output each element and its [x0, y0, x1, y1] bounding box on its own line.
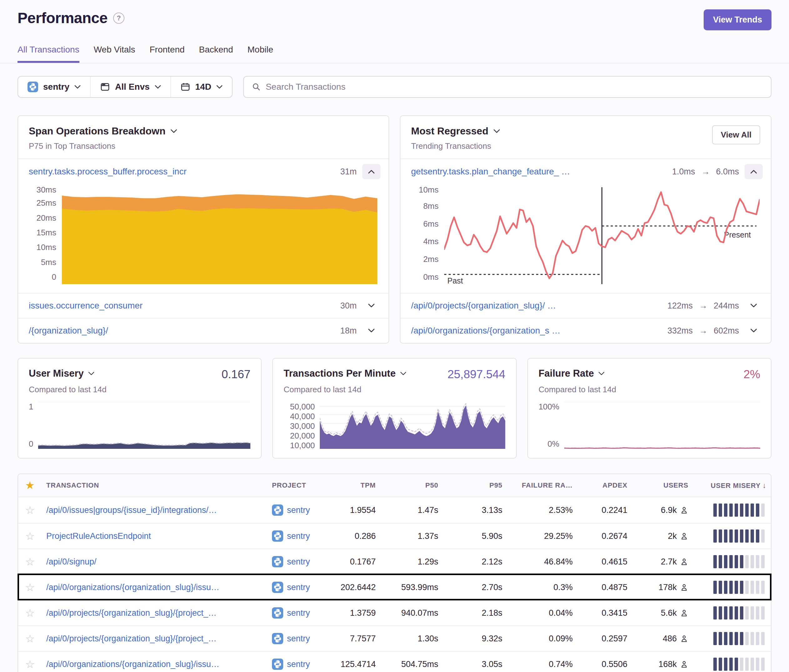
table-row[interactable]: ☆ ProjectRuleActionsEndpoint sentry 0.28…	[18, 523, 771, 549]
star-icon[interactable]: ☆	[25, 556, 35, 567]
view-trends-button[interactable]: View Trends	[704, 10, 771, 30]
column-header-project[interactable]: PROJECT	[268, 481, 333, 490]
regressed-transaction-link[interactable]: getsentry.tasks.plan_change_feature_ …	[411, 167, 570, 177]
project-link[interactable]: sentry	[268, 582, 333, 593]
user-icon	[680, 558, 688, 566]
tpm-title: Transactions Per Minute	[284, 368, 395, 379]
table-row[interactable]: ☆ /api/0/issues|groups/{issue_id}/integr…	[18, 497, 771, 523]
user-misery-y-axis: 10	[29, 402, 38, 449]
project-name: sentry	[287, 583, 310, 592]
failure-rate-title-dropdown[interactable]: Failure Rate	[538, 368, 605, 379]
table-row[interactable]: ☆ /api/0/organizations/{organization_slu…	[18, 651, 771, 672]
span-op-link[interactable]: /{organization_slug}/	[29, 326, 108, 336]
apdex-value: 0.2597	[577, 634, 632, 643]
tab-all-transactions[interactable]: All Transactions	[18, 45, 80, 63]
regressed-item-2: /api/0/organizations/{organization_s … 3…	[401, 318, 771, 343]
misery-bar	[756, 504, 759, 517]
expand-button[interactable]	[362, 298, 380, 313]
transaction-link[interactable]: /api/0/signup/	[42, 557, 268, 567]
span-op-duration: 31m	[340, 167, 357, 177]
regressed-transaction-link[interactable]: /api/0/organizations/{organization_s …	[411, 326, 561, 336]
tab-web-vitals[interactable]: Web Vitals	[94, 45, 135, 63]
failure-rate-value: 0.74%	[507, 659, 577, 669]
tab-frontend[interactable]: Frontend	[149, 45, 184, 63]
span-op-link[interactable]: sentry.tasks.process_buffer.process_incr	[29, 167, 187, 177]
column-header-p95[interactable]: P95	[442, 481, 507, 490]
expand-button[interactable]	[362, 323, 380, 338]
star-icon[interactable]: ☆	[25, 608, 35, 618]
transaction-link[interactable]: /api/0/organizations/{organization_slug}…	[42, 659, 268, 669]
users-cell: 168k	[632, 659, 693, 669]
transaction-link[interactable]: /api/0/issues|groups/{issue_id}/integrat…	[42, 505, 268, 515]
table-row[interactable]: ☆ /api/0/projects/{organization_slug}/{p…	[18, 600, 771, 626]
project-link[interactable]: sentry	[268, 633, 333, 644]
misery-bar	[735, 581, 738, 594]
misery-bar	[719, 607, 722, 619]
project-name: sentry	[287, 505, 310, 515]
column-header-transaction[interactable]: TRANSACTION	[42, 481, 268, 490]
misery-bar	[729, 504, 733, 517]
project-link[interactable]: sentry	[268, 530, 333, 542]
misery-bar	[761, 581, 765, 594]
tpm-y-axis: 50,000 40,000 30,000 20,000 10,000	[284, 402, 320, 449]
column-header-users[interactable]: USERS	[632, 481, 693, 490]
table-row[interactable]: ☆ /api/0/organizations/{organization_slu…	[18, 574, 771, 600]
table-row[interactable]: ☆ /api/0/projects/{organization_slug}/{p…	[18, 626, 771, 651]
table-row[interactable]: ☆ /api/0/signup/ sentry 0.1767 1.29s 2.1…	[18, 549, 771, 574]
star-icon[interactable]: ☆	[25, 633, 35, 644]
collapse-button[interactable]	[744, 164, 763, 179]
search-transactions-box[interactable]	[243, 76, 771, 98]
project-link[interactable]: sentry	[268, 556, 333, 567]
users-cell: 2.7k	[632, 557, 693, 567]
transaction-link[interactable]: /api/0/projects/{organization_slug}/{pro…	[42, 608, 268, 618]
tab-backend[interactable]: Backend	[199, 45, 233, 63]
star-icon[interactable]: ☆	[25, 531, 35, 541]
project-filter[interactable]: sentry	[18, 77, 90, 97]
column-header-p50[interactable]: P50	[380, 481, 442, 490]
search-input[interactable]	[266, 82, 763, 92]
span-op-link[interactable]: issues.occurrence_consumer	[29, 301, 142, 311]
project-link[interactable]: sentry	[268, 607, 333, 619]
date-range-filter[interactable]: 14D	[170, 77, 232, 97]
column-header-tpm[interactable]: TPM	[333, 481, 380, 490]
transaction-link[interactable]: /api/0/organizations/{organization_slug}…	[42, 583, 268, 592]
column-header-failure-rate[interactable]: FAILURE RA…	[507, 481, 577, 490]
span-ops-item-0: sentry.tasks.process_buffer.process_incr…	[18, 159, 388, 184]
environment-filter[interactable]: All Envs	[90, 77, 170, 97]
chevron-down-icon	[170, 129, 177, 134]
chevron-down-icon	[750, 329, 757, 333]
star-header-icon[interactable]: ★	[26, 481, 34, 490]
column-header-user-misery[interactable]: USER MISERY↓	[693, 481, 771, 490]
misery-bar	[713, 504, 717, 517]
collapse-button[interactable]	[362, 164, 380, 179]
apdex-value: 0.2674	[577, 532, 632, 541]
span-op-duration: 18m	[340, 326, 357, 336]
tab-mobile[interactable]: Mobile	[248, 45, 273, 63]
help-icon[interactable]: ?	[113, 13, 125, 24]
calendar-icon	[180, 82, 190, 92]
star-icon[interactable]: ☆	[25, 505, 35, 516]
transaction-link[interactable]: /api/0/projects/{organization_slug}/{pro…	[42, 634, 268, 643]
expand-button[interactable]	[744, 323, 763, 338]
transaction-link[interactable]: ProjectRuleActionsEndpoint	[42, 532, 268, 541]
chevron-down-icon	[368, 303, 375, 308]
p50-value: 1.29s	[380, 557, 442, 567]
column-header-apdex[interactable]: APDEX	[577, 481, 632, 490]
span-ops-title-dropdown[interactable]: Span Operations Breakdown	[29, 125, 378, 137]
project-link[interactable]: sentry	[268, 504, 333, 516]
project-filter-label: sentry	[43, 82, 69, 92]
misery-bar	[751, 504, 754, 517]
view-all-button[interactable]: View All	[712, 125, 760, 144]
span-ops-y-axis: 30ms25ms20ms15ms10ms5ms0	[29, 187, 62, 284]
star-icon[interactable]: ☆	[25, 659, 35, 669]
expand-button[interactable]	[744, 298, 763, 313]
user-misery-title-dropdown[interactable]: User Misery	[29, 368, 94, 379]
project-link[interactable]: sentry	[268, 659, 333, 670]
tpm-title-dropdown[interactable]: Transactions Per Minute	[284, 368, 406, 379]
span-ops-item-2: /{organization_slug}/ 18m	[18, 318, 388, 343]
users-cell: 2k	[632, 532, 693, 541]
regressed-transaction-link[interactable]: /api/0/projects/{organization_slug}/ …	[411, 301, 556, 311]
page-title: Performance	[18, 10, 107, 27]
star-icon[interactable]: ☆	[25, 582, 35, 592]
most-regressed-title-dropdown[interactable]: Most Regressed	[411, 125, 760, 137]
